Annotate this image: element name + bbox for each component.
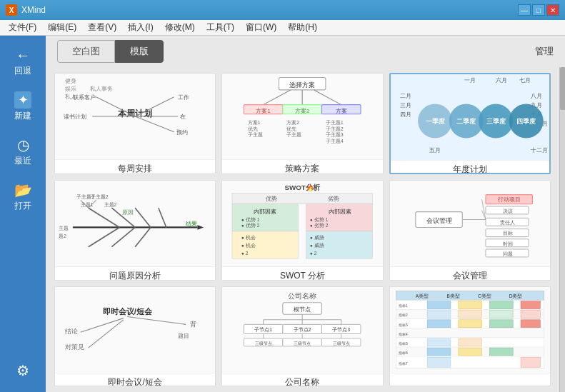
- template-card-meeting[interactable]: 会议管理 行动项目 决议 责任人 目标: [389, 180, 551, 280]
- svg-text:● 机会: ● 机会: [241, 243, 256, 248]
- svg-text:主题1: 主题1: [81, 202, 94, 207]
- template-card-swot[interactable]: SWOT分析 🔥 优势 劣势 内部因素 ● 优势 1 ● 优势 2: [221, 180, 383, 280]
- template-view-button[interactable]: 模版: [115, 40, 164, 63]
- table-label: [390, 373, 550, 379]
- svg-text:一月: 一月: [464, 77, 476, 84]
- svg-line-19: [314, 90, 341, 105]
- manage-text[interactable]: 管理: [535, 45, 554, 58]
- svg-text:七月: 七月: [519, 77, 530, 84]
- template-card-problem[interactable]: 子主题1 子主题2 主题1 主题2 主题 题2 结果 原因: [54, 180, 216, 280]
- menu-window[interactable]: 窗口(W): [240, 20, 282, 35]
- sidebar-item-settings[interactable]: ⚙: [2, 356, 44, 386]
- svg-rect-153: [427, 301, 451, 308]
- svg-text:内部因素: 内部因素: [329, 208, 351, 215]
- svg-text:子节点3: 子节点3: [333, 327, 351, 333]
- svg-text:八月: 八月: [531, 93, 542, 99]
- svg-text:● 威胁: ● 威胁: [310, 235, 324, 240]
- sidebar-new-label: 新建: [14, 110, 31, 122]
- menu-tools[interactable]: 工具(T): [201, 20, 240, 35]
- svg-text:优先: 优先: [248, 126, 258, 131]
- template-card-annual[interactable]: 一月 六月 七月 二月 三月 四月 八月 九月 十月 十一月: [389, 73, 551, 174]
- template-card-strategy[interactable]: 选择方案 方案1 方案2 方案 方案1: [221, 73, 383, 174]
- svg-rect-154: [458, 301, 481, 308]
- instant-preview-svg: 即时会议/短会 结论 对策见 背 题目: [55, 287, 215, 373]
- svg-text:四月: 四月: [400, 111, 411, 118]
- svg-text:方案1: 方案1: [256, 108, 271, 114]
- scrollbar-thumb[interactable]: [560, 67, 565, 110]
- svg-text:原因: 原因: [122, 209, 134, 216]
- svg-text:子节点1: 子节点1: [255, 327, 273, 333]
- template-card-company[interactable]: 公司名称 根节点 子节点1 子节点2: [221, 286, 383, 386]
- weekly-label: 每周安排: [55, 159, 215, 174]
- menu-edit[interactable]: 编辑(E): [42, 20, 82, 35]
- sidebar-back-label: 回退: [14, 65, 31, 77]
- svg-text:三月: 三月: [400, 102, 411, 109]
- minimize-button[interactable]: —: [518, 4, 531, 16]
- svg-text:三季度: 三季度: [486, 117, 506, 125]
- settings-icon: ⚙: [16, 362, 29, 379]
- svg-text:二月: 二月: [400, 93, 411, 99]
- menu-modify[interactable]: 修改(M): [159, 20, 201, 35]
- top-toolbar: 空白图 模版 管理: [46, 36, 565, 67]
- close-button[interactable]: ✕: [546, 4, 559, 16]
- sidebar-item-back[interactable]: ← 回退: [2, 41, 44, 83]
- menu-insert[interactable]: 插入(I): [122, 20, 159, 35]
- weekly-preview-svg: 本周计划 工作 在 预约 联系客户 读书计划: [55, 74, 215, 159]
- svg-text:子主题2: 子主题2: [91, 194, 109, 199]
- svg-line-59: [135, 208, 151, 228]
- svg-rect-162: [521, 310, 540, 318]
- svg-text:指标5: 指标5: [397, 341, 407, 345]
- blank-view-button[interactable]: 空白图: [57, 40, 115, 63]
- svg-text:● 劣势 1: ● 劣势 1: [310, 217, 329, 223]
- window-controls: — □ ✕: [518, 4, 559, 16]
- sidebar-item-recent[interactable]: ◷ 最近: [2, 131, 44, 173]
- svg-rect-167: [489, 319, 513, 327]
- svg-rect-159: [427, 310, 451, 318]
- scrollbar[interactable]: [559, 67, 565, 392]
- card-preview-weekly: 本周计划 工作 在 预约 联系客户 读书计划: [55, 74, 215, 159]
- svg-text:● 机会: ● 机会: [241, 235, 256, 240]
- svg-text:公司名称: 公司名称: [288, 292, 316, 300]
- sidebar-recent-label: 最近: [14, 155, 31, 167]
- svg-marker-74: [197, 226, 204, 231]
- svg-text:决议: 决议: [502, 208, 512, 214]
- svg-rect-160: [458, 310, 481, 318]
- svg-text:● 2: ● 2: [310, 251, 317, 256]
- svg-text:题目: 题目: [178, 333, 189, 339]
- svg-text:D类型: D类型: [509, 293, 522, 298]
- title-bar: X XMind — □ ✕: [0, 0, 565, 20]
- meeting-label: 会议管理: [390, 266, 550, 280]
- svg-text:子节点2: 子节点2: [294, 327, 311, 333]
- templates-grid: 本周计划 工作 在 预约 联系客户 读书计划: [46, 67, 559, 392]
- svg-text:三级节点: 三级节点: [294, 341, 311, 345]
- svg-text:主题2: 主题2: [104, 202, 117, 207]
- swot-preview-svg: SWOT分析 🔥 优势 劣势 内部因素 ● 优势 1 ● 优势 2: [222, 181, 382, 266]
- template-card-table[interactable]: A类型 B类型 C类型 D类型 指标1: [389, 286, 551, 386]
- svg-text:方案2: 方案2: [287, 119, 300, 125]
- svg-text:即时会议/短会: 即时会议/短会: [103, 307, 153, 316]
- menu-help[interactable]: 帮助(H): [282, 20, 323, 35]
- svg-text:二季度: 二季度: [456, 117, 476, 125]
- svg-text:工作: 工作: [178, 94, 189, 101]
- svg-text:方案1: 方案1: [248, 119, 261, 125]
- svg-text:行动项目: 行动项目: [497, 197, 520, 203]
- back-icon: ←: [16, 47, 30, 64]
- svg-text:● 威胁: ● 威胁: [310, 243, 324, 248]
- menu-view[interactable]: 查看(V): [82, 20, 122, 35]
- svg-rect-155: [489, 301, 513, 308]
- svg-text:子主题4: 子主题4: [326, 139, 344, 144]
- template-card-weekly[interactable]: 本周计划 工作 在 预约 联系客户 读书计划: [54, 73, 216, 174]
- menu-file[interactable]: 文件(F): [3, 20, 42, 35]
- sidebar-item-new[interactable]: ✦ 新建: [2, 86, 44, 128]
- template-card-instant[interactable]: 即时会议/短会 结论 对策见 背 题目 即时会议/短会: [54, 286, 216, 386]
- svg-text:指标4: 指标4: [397, 331, 407, 336]
- problem-label: 问题原因分析: [55, 266, 215, 280]
- content-wrapper: 本周计划 工作 在 预约 联系客户 读书计划: [46, 67, 565, 392]
- svg-line-1: [135, 97, 174, 116]
- sidebar-item-open[interactable]: 📂 打开: [2, 176, 44, 218]
- card-preview-annual: 一月 六月 七月 二月 三月 四月 八月 九月 十月 十一月: [391, 74, 549, 160]
- view-toggle: 空白图 模版: [57, 40, 164, 63]
- svg-rect-156: [521, 301, 540, 308]
- maximize-button[interactable]: □: [532, 4, 545, 16]
- content-area: 空白图 模版 管理 本周计划 工作: [46, 36, 565, 392]
